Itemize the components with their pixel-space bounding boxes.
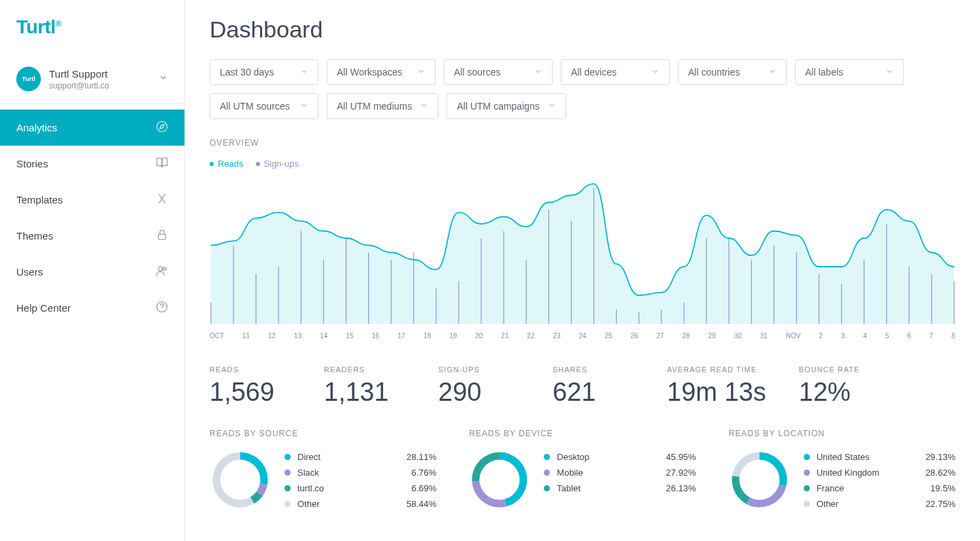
filter-all-utm-campaigns[interactable]: All UTM campaigns bbox=[446, 93, 566, 119]
donut-item: France19.5% bbox=[804, 480, 956, 496]
chevron-down-icon bbox=[885, 67, 894, 78]
filter-last-30-days[interactable]: Last 30 days bbox=[210, 59, 318, 85]
donut-item-label: Other bbox=[297, 499, 399, 509]
metric-label: BOUNCE RATE bbox=[799, 365, 881, 374]
donut-item: Desktop45.95% bbox=[544, 449, 696, 465]
svg-marker-1 bbox=[160, 125, 164, 129]
donut-item-value: 26.13% bbox=[666, 483, 696, 493]
donut-item: Slack6.76% bbox=[284, 465, 436, 480]
color-dot bbox=[284, 501, 291, 507]
chevron-down-icon bbox=[548, 101, 556, 112]
metrics-row: READS1,569READERS1,131SIGN-UPS290SHARES6… bbox=[210, 365, 956, 407]
donut-item-label: Desktop bbox=[557, 452, 659, 462]
donut-item-label: Tablet bbox=[557, 483, 659, 493]
donut-chart bbox=[210, 449, 271, 510]
sidebar-item-themes[interactable]: Themes bbox=[0, 218, 184, 254]
donut-chart bbox=[729, 449, 790, 510]
metric-label: AVERAGE READ TIME bbox=[667, 365, 766, 374]
filter-all-utm-sources[interactable]: All UTM sources bbox=[210, 93, 318, 119]
metric-label: READS bbox=[210, 365, 291, 374]
nav-label: Users bbox=[16, 266, 43, 278]
x-tick: 15 bbox=[346, 332, 353, 340]
metric-value: 290 bbox=[438, 378, 520, 407]
donut-item-label: Mobile bbox=[557, 468, 659, 478]
book-icon bbox=[156, 157, 168, 171]
x-tick: 3 bbox=[841, 332, 845, 340]
x-tick: 7 bbox=[930, 332, 934, 340]
donut-list: Direct28.11%Slack6.76%turtl.co6.69%Other… bbox=[284, 449, 436, 512]
donut-item-value: 58.44% bbox=[406, 499, 436, 509]
sidebar-item-stories[interactable]: Stories bbox=[0, 146, 184, 182]
filter-all-utm-mediums[interactable]: All UTM mediums bbox=[327, 93, 438, 119]
donut-item: Other22.75% bbox=[804, 496, 956, 512]
filter-label: All countries bbox=[688, 67, 740, 78]
overview-chart bbox=[210, 174, 956, 324]
filter-label: All UTM sources bbox=[220, 101, 290, 112]
donut-reads-by-device: READS BY DEVICEDesktop45.95%Mobile27.92%… bbox=[469, 429, 696, 512]
filter-all-workspaces[interactable]: All Workspaces bbox=[327, 59, 436, 85]
x-tick: 27 bbox=[657, 332, 664, 340]
main: Dashboard Last 30 daysAll WorkspacesAll … bbox=[185, 0, 980, 541]
donut-item: turtl.co6.69% bbox=[284, 480, 436, 496]
x-tick: 11 bbox=[242, 332, 250, 340]
metric-value: 1,569 bbox=[210, 378, 291, 407]
x-tick: 2 bbox=[819, 332, 823, 340]
metric-value: 19m 13s bbox=[667, 378, 766, 407]
filter-all-devices[interactable]: All devices bbox=[561, 59, 670, 85]
x-tick: 28 bbox=[683, 332, 690, 340]
donut-item-value: 22.75% bbox=[926, 499, 956, 509]
legend-item-reads[interactable]: Reads bbox=[210, 159, 244, 169]
donut-item-value: 29.13% bbox=[926, 452, 956, 462]
donut-item-label: United States bbox=[817, 452, 919, 462]
chart-x-axis: OCT1112131415161718192021222324252627282… bbox=[210, 329, 956, 352]
legend-dot bbox=[256, 162, 260, 166]
sidebar-item-analytics[interactable]: Analytics bbox=[0, 110, 184, 146]
nav-label: Analytics bbox=[16, 122, 57, 133]
legend-item-sign-ups[interactable]: Sign-ups bbox=[256, 159, 299, 169]
x-tick: 13 bbox=[294, 332, 301, 340]
donut-item-label: Direct bbox=[297, 452, 399, 462]
donut-item-value: 19.5% bbox=[930, 483, 956, 493]
sidebar-item-help-center[interactable]: Help Center bbox=[0, 290, 184, 326]
metric-value: 621 bbox=[553, 378, 634, 407]
filter-label: All sources bbox=[454, 67, 500, 78]
help-icon bbox=[156, 301, 168, 315]
filter-label: All labels bbox=[805, 67, 843, 78]
chevron-down-icon bbox=[420, 101, 428, 112]
lock-icon bbox=[156, 229, 168, 243]
x-tick: NOV bbox=[786, 332, 801, 340]
metric-value: 1,131 bbox=[324, 378, 406, 407]
filters-row: Last 30 daysAll WorkspacesAll sourcesAll… bbox=[210, 59, 956, 119]
nav-label: Themes bbox=[16, 230, 53, 242]
x-tick: 17 bbox=[397, 332, 405, 340]
sidebar-item-templates[interactable]: Templates bbox=[0, 182, 184, 218]
color-dot bbox=[284, 470, 291, 476]
filter-all-sources[interactable]: All sources bbox=[444, 59, 553, 85]
sidebar: Turtl® Turtl Turtl Support support@turtl… bbox=[0, 0, 185, 541]
metric-reads: READS1,569 bbox=[210, 365, 291, 407]
user-menu[interactable]: Turtl Turtl Support support@turtl.co bbox=[0, 54, 184, 104]
x-tick: 18 bbox=[423, 332, 431, 340]
people-icon bbox=[156, 265, 168, 279]
sidebar-item-users[interactable]: Users bbox=[0, 254, 184, 290]
color-dot bbox=[804, 454, 810, 460]
svg-point-3 bbox=[159, 267, 163, 271]
filter-label: All devices bbox=[571, 67, 617, 78]
donut-item: United Kingdom28.62% bbox=[804, 465, 956, 480]
color-dot bbox=[804, 485, 810, 491]
color-dot bbox=[544, 470, 550, 476]
donut-item-value: 6.69% bbox=[411, 483, 436, 493]
metric-readers: READERS1,131 bbox=[324, 365, 406, 407]
donut-item: Tablet26.13% bbox=[544, 480, 696, 496]
donut-chart bbox=[469, 449, 530, 510]
metric-bounce-rate: BOUNCE RATE12% bbox=[799, 365, 881, 407]
filter-all-labels[interactable]: All labels bbox=[795, 59, 904, 85]
x-tick: 26 bbox=[630, 332, 638, 340]
filter-all-countries[interactable]: All countries bbox=[678, 59, 787, 85]
x-tick: 21 bbox=[501, 332, 508, 340]
donut-item-value: 28.62% bbox=[926, 468, 956, 478]
donut-title: READS BY LOCATION bbox=[729, 429, 956, 438]
donut-item: Other58.44% bbox=[284, 496, 436, 512]
x-tick: 12 bbox=[268, 332, 276, 340]
metric-shares: SHARES621 bbox=[553, 365, 634, 407]
